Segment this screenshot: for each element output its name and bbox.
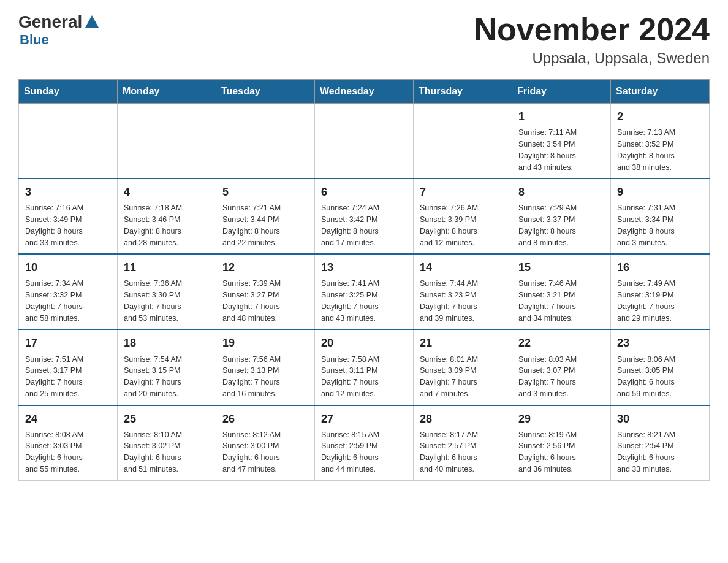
calendar-header-row: SundayMondayTuesdayWednesdayThursdayFrid…	[19, 80, 710, 104]
calendar-table: SundayMondayTuesdayWednesdayThursdayFrid…	[18, 79, 710, 480]
calendar-cell: 24Sunrise: 8:08 AMSunset: 3:03 PMDayligh…	[19, 405, 118, 481]
weekday-header-monday: Monday	[118, 80, 216, 104]
calendar-week-row: 17Sunrise: 7:51 AMSunset: 3:17 PMDayligh…	[19, 329, 710, 405]
day-number: 25	[124, 411, 210, 427]
day-info: Sunrise: 7:31 AMSunset: 3:34 PMDaylight:…	[617, 202, 703, 248]
day-number: 30	[617, 411, 703, 427]
day-info: Sunrise: 7:41 AMSunset: 3:25 PMDaylight:…	[321, 278, 407, 324]
day-number: 29	[518, 411, 604, 427]
calendar-cell: 4Sunrise: 7:18 AMSunset: 3:46 PMDaylight…	[118, 178, 216, 254]
calendar-cell	[118, 104, 216, 179]
day-number: 28	[420, 411, 506, 427]
day-info: Sunrise: 7:29 AMSunset: 3:37 PMDaylight:…	[518, 202, 604, 248]
day-info: Sunrise: 8:12 AMSunset: 3:00 PMDaylight:…	[222, 429, 308, 475]
calendar-cell: 6Sunrise: 7:24 AMSunset: 3:42 PMDaylight…	[315, 178, 414, 254]
weekday-header-wednesday: Wednesday	[315, 80, 414, 104]
day-info: Sunrise: 7:36 AMSunset: 3:30 PMDaylight:…	[124, 278, 210, 324]
day-info: Sunrise: 8:06 AMSunset: 3:05 PMDaylight:…	[617, 354, 703, 400]
calendar-week-row: 1Sunrise: 7:11 AMSunset: 3:54 PMDaylight…	[19, 104, 710, 179]
calendar-cell	[19, 104, 118, 179]
day-number: 21	[420, 335, 506, 351]
day-info: Sunrise: 7:46 AMSunset: 3:21 PMDaylight:…	[518, 278, 604, 324]
day-number: 9	[617, 184, 703, 200]
calendar-week-row: 3Sunrise: 7:16 AMSunset: 3:49 PMDaylight…	[19, 178, 710, 254]
day-number: 15	[518, 259, 604, 275]
day-number: 19	[222, 335, 308, 351]
day-info: Sunrise: 7:49 AMSunset: 3:19 PMDaylight:…	[617, 278, 703, 324]
page-header: General Blue November 2024 Uppsala, Upps…	[18, 12, 710, 67]
calendar-cell: 28Sunrise: 8:17 AMSunset: 2:57 PMDayligh…	[414, 405, 512, 481]
month-title: November 2024	[474, 12, 710, 47]
location-title: Uppsala, Uppsala, Sweden	[474, 50, 710, 67]
calendar-cell: 12Sunrise: 7:39 AMSunset: 3:27 PMDayligh…	[216, 254, 315, 329]
calendar-cell: 23Sunrise: 8:06 AMSunset: 3:05 PMDayligh…	[611, 329, 710, 405]
day-info: Sunrise: 7:18 AMSunset: 3:46 PMDaylight:…	[124, 202, 210, 248]
title-block: November 2024 Uppsala, Uppsala, Sweden	[474, 12, 710, 67]
calendar-cell: 25Sunrise: 8:10 AMSunset: 3:02 PMDayligh…	[118, 405, 216, 481]
calendar-cell: 29Sunrise: 8:19 AMSunset: 2:56 PMDayligh…	[512, 405, 611, 481]
day-number: 1	[518, 109, 604, 124]
weekday-header-sunday: Sunday	[19, 80, 118, 104]
day-number: 13	[321, 259, 407, 275]
svg-marker-0	[85, 15, 99, 28]
logo: General Blue	[18, 12, 102, 48]
day-info: Sunrise: 7:56 AMSunset: 3:13 PMDaylight:…	[222, 354, 308, 400]
day-number: 5	[222, 184, 308, 200]
calendar-cell: 21Sunrise: 8:01 AMSunset: 3:09 PMDayligh…	[414, 329, 512, 405]
day-number: 8	[518, 184, 604, 200]
calendar-cell	[414, 104, 512, 179]
calendar-cell: 17Sunrise: 7:51 AMSunset: 3:17 PMDayligh…	[19, 329, 118, 405]
day-info: Sunrise: 7:26 AMSunset: 3:39 PMDaylight:…	[420, 202, 506, 248]
day-number: 7	[420, 184, 506, 200]
calendar-cell	[216, 104, 315, 179]
weekday-header-tuesday: Tuesday	[216, 80, 315, 104]
weekday-header-saturday: Saturday	[611, 80, 710, 104]
day-info: Sunrise: 7:24 AMSunset: 3:42 PMDaylight:…	[321, 202, 407, 248]
day-number: 20	[321, 335, 407, 351]
calendar-week-row: 24Sunrise: 8:08 AMSunset: 3:03 PMDayligh…	[19, 405, 710, 481]
calendar-cell: 20Sunrise: 7:58 AMSunset: 3:11 PMDayligh…	[315, 329, 414, 405]
day-info: Sunrise: 7:34 AMSunset: 3:32 PMDaylight:…	[25, 278, 111, 324]
day-info: Sunrise: 7:16 AMSunset: 3:49 PMDaylight:…	[25, 202, 111, 248]
day-info: Sunrise: 8:10 AMSunset: 3:02 PMDaylight:…	[124, 429, 210, 475]
calendar-cell: 13Sunrise: 7:41 AMSunset: 3:25 PMDayligh…	[315, 254, 414, 329]
day-number: 27	[321, 411, 407, 427]
day-info: Sunrise: 8:15 AMSunset: 2:59 PMDaylight:…	[321, 429, 407, 475]
day-number: 22	[518, 335, 604, 351]
day-number: 6	[321, 184, 407, 200]
calendar-cell: 14Sunrise: 7:44 AMSunset: 3:23 PMDayligh…	[414, 254, 512, 329]
calendar-cell: 30Sunrise: 8:21 AMSunset: 2:54 PMDayligh…	[611, 405, 710, 481]
calendar-cell: 5Sunrise: 7:21 AMSunset: 3:44 PMDaylight…	[216, 178, 315, 254]
day-number: 10	[25, 259, 111, 275]
day-number: 18	[124, 335, 210, 351]
day-info: Sunrise: 7:39 AMSunset: 3:27 PMDaylight:…	[222, 278, 308, 324]
day-info: Sunrise: 7:44 AMSunset: 3:23 PMDaylight:…	[420, 278, 506, 324]
day-info: Sunrise: 8:03 AMSunset: 3:07 PMDaylight:…	[518, 354, 604, 400]
calendar-cell: 7Sunrise: 7:26 AMSunset: 3:39 PMDaylight…	[414, 178, 512, 254]
calendar-cell: 26Sunrise: 8:12 AMSunset: 3:00 PMDayligh…	[216, 405, 315, 481]
calendar-cell: 8Sunrise: 7:29 AMSunset: 3:37 PMDaylight…	[512, 178, 611, 254]
logo-general-text: General	[18, 12, 82, 32]
day-info: Sunrise: 7:54 AMSunset: 3:15 PMDaylight:…	[124, 354, 210, 400]
calendar-cell: 9Sunrise: 7:31 AMSunset: 3:34 PMDaylight…	[611, 178, 710, 254]
calendar-cell	[315, 104, 414, 179]
day-number: 17	[25, 335, 111, 351]
calendar-cell: 19Sunrise: 7:56 AMSunset: 3:13 PMDayligh…	[216, 329, 315, 405]
weekday-header-friday: Friday	[512, 80, 611, 104]
weekday-header-thursday: Thursday	[414, 80, 512, 104]
day-info: Sunrise: 8:21 AMSunset: 2:54 PMDaylight:…	[617, 429, 703, 475]
day-number: 12	[222, 259, 308, 275]
day-number: 16	[617, 259, 703, 275]
day-info: Sunrise: 7:51 AMSunset: 3:17 PMDaylight:…	[25, 354, 111, 400]
day-number: 4	[124, 184, 210, 200]
day-info: Sunrise: 8:08 AMSunset: 3:03 PMDaylight:…	[25, 429, 111, 475]
day-info: Sunrise: 8:19 AMSunset: 2:56 PMDaylight:…	[518, 429, 604, 475]
calendar-cell: 2Sunrise: 7:13 AMSunset: 3:52 PMDaylight…	[611, 104, 710, 179]
calendar-cell: 15Sunrise: 7:46 AMSunset: 3:21 PMDayligh…	[512, 254, 611, 329]
calendar-cell: 27Sunrise: 8:15 AMSunset: 2:59 PMDayligh…	[315, 405, 414, 481]
calendar-week-row: 10Sunrise: 7:34 AMSunset: 3:32 PMDayligh…	[19, 254, 710, 329]
logo-triangle-icon	[84, 14, 100, 30]
day-number: 3	[25, 184, 111, 200]
calendar-cell: 16Sunrise: 7:49 AMSunset: 3:19 PMDayligh…	[611, 254, 710, 329]
calendar-cell: 11Sunrise: 7:36 AMSunset: 3:30 PMDayligh…	[118, 254, 216, 329]
